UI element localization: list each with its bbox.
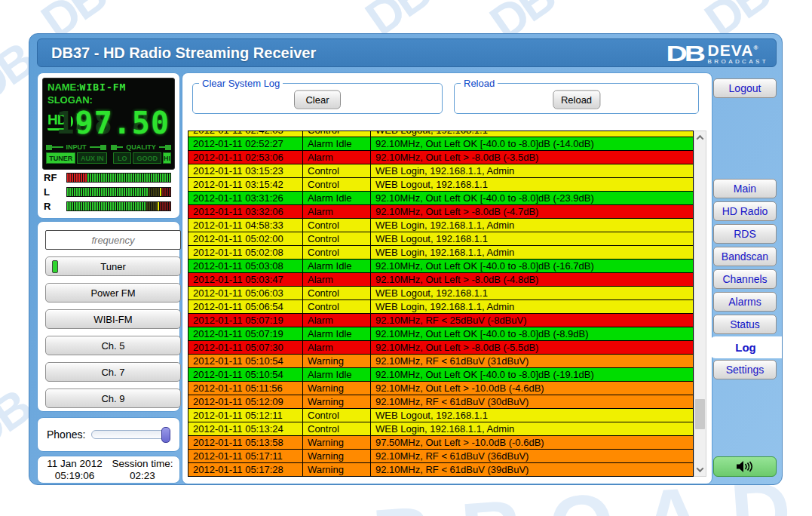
quality-good-indicator: GOOD — [133, 152, 161, 164]
chevron-down-icon — [697, 465, 704, 472]
log-row: 2012-01-11 04:58:33ControlWEB Login, 192… — [188, 219, 693, 232]
meter-row: R — [44, 201, 173, 211]
log-row: 2012-01-11 05:13:58Warning97.50MHz, Out … — [188, 436, 693, 450]
channel-wibi-fm-button[interactable]: WIBI-FM — [45, 309, 181, 329]
log-row: 2012-01-11 05:10:54Alarm Idle92.10MHz, O… — [188, 368, 693, 382]
volume-slider-thumb[interactable] — [161, 427, 170, 443]
session-time-label: Session time: — [112, 458, 173, 470]
station-name-value: WIBI-FM — [80, 81, 127, 93]
tab-settings[interactable]: Settings — [713, 360, 777, 379]
log-row: 2012-01-11 05:03:08Alarm Idle92.10MHz, O… — [188, 260, 693, 273]
log-row: 2012-01-11 05:07:19Alarm92.10MHz, RF < 2… — [188, 314, 693, 327]
page-title: DB37 - HD Radio Streaming Receiver — [38, 45, 316, 62]
log-row: 2012-01-11 02:42:05ControlWEB Logout, 19… — [188, 131, 693, 137]
log-row: 2012-01-11 05:10:54Warning92.10MHz, RF <… — [188, 355, 693, 368]
log-scrollbar[interactable] — [694, 131, 706, 477]
log-row: 2012-01-11 05:07:30Alarm92.10MHz, Out Le… — [188, 341, 693, 355]
clear-button[interactable]: Clear — [294, 91, 341, 109]
log-row: 2012-01-11 05:07:19Alarm Idle92.10MHz, O… — [188, 327, 693, 341]
log-row: 2012-01-11 05:06:54ControlWEB Login, 192… — [188, 300, 693, 314]
log-panel: Clear System Log Clear Reload Reload 201… — [182, 72, 712, 484]
phones-panel: Phones: — [37, 417, 180, 452]
session-time-value: 02:23 — [130, 470, 155, 482]
log-row: 2012-01-11 05:06:03ControlWEB Logout, 19… — [188, 287, 693, 300]
log-row: 2012-01-11 05:17:11Warning92.10MHz, RF <… — [188, 450, 693, 463]
current-date: 11 Jan 2012 — [47, 458, 102, 470]
log-row: 2012-01-11 02:53:06Alarm92.10MHz, Out Le… — [188, 151, 693, 164]
tab-main[interactable]: Main — [713, 179, 777, 198]
log-row: 2012-01-11 05:13:24ControlWEB Login, 192… — [188, 422, 693, 436]
reload-button[interactable]: Reload — [553, 91, 600, 109]
clear-system-log-group: Clear System Log Clear — [192, 78, 443, 114]
scroll-up-button[interactable] — [694, 131, 706, 144]
deva-logo: DB DEVA® BROADCAST — [676, 41, 768, 66]
log-row: 2012-01-11 03:15:42ControlWEB Logout, 19… — [188, 178, 693, 192]
tab-channels[interactable]: Channels — [713, 269, 777, 289]
log-row: 2012-01-11 03:32:06Alarm92.10MHz, Out Le… — [188, 205, 693, 219]
chevron-up-icon — [697, 135, 704, 143]
quality-lo-indicator: LO — [113, 152, 131, 164]
volume-slider[interactable] — [91, 430, 170, 439]
channel-5-button[interactable]: Ch. 5 — [45, 336, 181, 355]
brand-sub: BROADCAST — [708, 59, 768, 65]
log-row: 2012-01-11 03:31:26Alarm Idle92.10MHz, O… — [188, 192, 693, 205]
scroll-down-button[interactable] — [694, 463, 706, 476]
brand-name: DEVA — [708, 41, 754, 59]
current-time: 05:19:06 — [55, 470, 95, 482]
tab-bandscan[interactable]: Bandscan — [713, 247, 777, 266]
speaker-icon — [735, 460, 755, 473]
log-row: 2012-01-11 05:17:28Warning92.10MHz, RF <… — [188, 463, 693, 477]
tab-alarms[interactable]: Alarms — [713, 292, 777, 312]
db-logo-icon: DB — [666, 41, 702, 66]
auxin-indicator: AUX IN — [77, 152, 106, 164]
registered-mark: ® — [753, 45, 758, 51]
tab-log-selected[interactable]: Log — [709, 336, 782, 358]
log-row: 2012-01-11 05:11:56Warning92.10MHz, Out … — [188, 382, 693, 395]
input-section-label: INPUT — [63, 143, 90, 151]
reload-legend: Reload — [461, 78, 498, 89]
scrollbar-thumb[interactable] — [695, 399, 705, 429]
slogan-label: SLOGAN: — [47, 94, 93, 106]
tab-hd-radio[interactable]: HD Radio — [713, 201, 777, 221]
log-row: 2012-01-11 03:15:23ControlWEB Login, 192… — [188, 164, 693, 178]
meter-row: L — [44, 187, 173, 197]
reload-group: Reload Reload — [454, 78, 699, 114]
log-row: 2012-01-11 05:12:09Warning92.10MHz, RF <… — [188, 395, 693, 409]
app-window: DB37 - HD Radio Streaming Receiver DB DE… — [29, 33, 783, 485]
quality-hi-indicator: HI — [163, 152, 171, 164]
tuner-led-indicator — [52, 260, 58, 273]
log-row: 2012-01-11 05:03:47Alarm92.10MHz, Out Le… — [188, 273, 693, 287]
system-log-table: 2012-01-11 02:42:05ControlWEB Logout, 19… — [188, 131, 694, 477]
tuner-controls-panel: Set Tuner AUX In Power FM AUX In WIBI-FM… — [37, 221, 180, 412]
power-fm-button[interactable]: Power FM — [45, 283, 181, 303]
log-row: 2012-01-11 05:12:11ControlWEB Logout, 19… — [188, 409, 693, 422]
tab-rds[interactable]: RDS — [713, 224, 777, 244]
clear-system-log-legend: Clear System Log — [199, 78, 283, 89]
datetime-panel: 11 Jan 2012 05:19:06 Session time: 02:23 — [37, 456, 180, 484]
station-name-label: NAME: — [47, 81, 80, 93]
log-row: 2012-01-11 05:02:08ControlWEB Login, 192… — [188, 246, 693, 260]
log-row: 2012-01-11 02:52:27Alarm Idle92.10MHz, O… — [188, 137, 693, 151]
channel-7-button[interactable]: Ch. 7 — [45, 362, 181, 382]
level-meters: RFLR — [44, 173, 173, 216]
logout-button[interactable]: Logout — [713, 78, 777, 98]
frequency-value: 97.50 — [75, 106, 170, 140]
tuner-button[interactable]: Tuner — [45, 256, 181, 276]
log-row: 2012-01-11 05:02:00ControlWEB Logout, 19… — [188, 232, 693, 246]
quality-section-label: QUALITY — [123, 143, 159, 151]
lcd-display: NAME:WIBI-FM SLOGAN: HD 188.88 97.50 INP… — [42, 78, 175, 170]
frequency-input[interactable] — [45, 230, 181, 250]
audio-mute-button[interactable] — [713, 456, 777, 477]
scrollbar-track[interactable] — [694, 144, 706, 463]
channel-9-button[interactable]: Ch. 9 — [45, 389, 181, 408]
receiver-display-panel: NAME:WIBI-FM SLOGAN: HD 188.88 97.50 INP… — [37, 72, 180, 219]
tuner-indicator: TUNER — [46, 152, 75, 164]
tab-status[interactable]: Status — [713, 315, 777, 334]
meter-row: RF — [44, 173, 173, 183]
header-bar: DB37 - HD Radio Streaming Receiver DB DE… — [37, 38, 777, 67]
phones-label: Phones: — [47, 428, 85, 441]
